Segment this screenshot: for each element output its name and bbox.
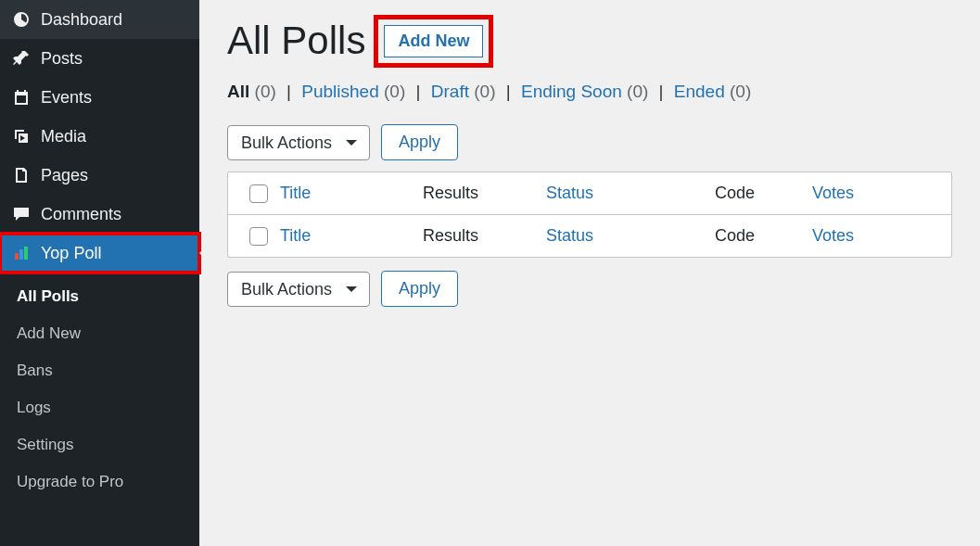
table-header-row: Title Results Status Code Votes: [228, 172, 951, 215]
bulk-actions-top: Bulk Actions Apply: [227, 124, 952, 160]
filter-all[interactable]: All: [227, 82, 249, 101]
sidebar-label: Yop Poll: [41, 244, 101, 263]
main-content: All Polls Add New All (0) | Published (0…: [199, 0, 980, 546]
calendar-icon: [11, 87, 32, 108]
dashboard-icon: [11, 9, 32, 30]
filter-ended[interactable]: Ended: [674, 82, 725, 101]
bulk-actions-bottom: Bulk Actions Apply: [227, 271, 952, 307]
sidebar-item-posts[interactable]: Posts: [0, 39, 199, 78]
apply-button-bottom[interactable]: Apply: [381, 271, 458, 307]
sidebar-label: Posts: [41, 49, 83, 69]
col-votes[interactable]: Votes: [812, 184, 942, 203]
admin-sidebar: Dashboard Posts Events Media Pages Comme…: [0, 0, 199, 546]
bulk-actions-select-bottom[interactable]: Bulk Actions: [227, 272, 370, 307]
submenu-item-add-new[interactable]: Add New: [0, 315, 199, 352]
media-icon: [11, 126, 32, 146]
filter-draft[interactable]: Draft: [431, 82, 469, 101]
add-new-button[interactable]: Add New: [384, 25, 483, 57]
filter-draft-count: (0): [474, 82, 495, 101]
submenu-item-logs[interactable]: Logs: [0, 389, 199, 426]
sidebar-item-media[interactable]: Media: [0, 117, 199, 156]
sidebar-label: Pages: [41, 166, 88, 185]
select-all-checkbox-bottom[interactable]: [249, 227, 268, 246]
submenu-item-upgrade[interactable]: Upgrade to Pro: [0, 463, 199, 501]
sidebar-label: Media: [41, 127, 86, 146]
col-title[interactable]: Title: [280, 184, 423, 203]
sidebar-item-yop-poll[interactable]: Yop Poll: [0, 234, 199, 273]
col-votes-foot[interactable]: Votes: [812, 226, 942, 246]
filter-ended-count: (0): [730, 82, 751, 101]
svg-rect-2: [24, 247, 28, 260]
polls-table: Title Results Status Code Votes Title Re…: [227, 171, 952, 258]
filter-published-count: (0): [384, 82, 405, 101]
select-all-checkbox[interactable]: [249, 184, 268, 203]
col-title-foot[interactable]: Title: [280, 226, 423, 246]
sidebar-item-events[interactable]: Events: [0, 78, 199, 117]
table-footer-row: Title Results Status Code Votes: [228, 215, 951, 257]
comment-icon: [11, 204, 32, 224]
page-icon: [11, 165, 32, 185]
sidebar-item-dashboard[interactable]: Dashboard: [0, 0, 199, 39]
svg-rect-0: [15, 253, 19, 260]
status-filters: All (0) | Published (0) | Draft (0) | En…: [227, 82, 952, 102]
col-status[interactable]: Status: [546, 184, 715, 203]
col-results: Results: [423, 184, 546, 203]
col-status-foot[interactable]: Status: [546, 226, 715, 246]
page-title: All Polls: [227, 19, 365, 63]
col-code: Code: [715, 184, 812, 203]
page-header: All Polls Add New: [227, 19, 952, 63]
sidebar-label: Events: [41, 88, 92, 108]
submenu-item-settings[interactable]: Settings: [0, 426, 199, 463]
col-code-foot: Code: [715, 226, 812, 246]
submenu-item-bans[interactable]: Bans: [0, 352, 199, 389]
sidebar-label: Comments: [41, 205, 121, 224]
filter-all-count: (0): [255, 82, 276, 101]
add-new-highlight: Add New: [378, 19, 489, 63]
sidebar-item-pages[interactable]: Pages: [0, 156, 199, 195]
sidebar-submenu: All Polls Add New Bans Logs Settings Upg…: [0, 273, 199, 501]
filter-ending-count: (0): [627, 82, 648, 101]
sidebar-item-comments[interactable]: Comments: [0, 195, 199, 234]
bulk-actions-select[interactable]: Bulk Actions: [227, 125, 370, 160]
submenu-item-all-polls[interactable]: All Polls: [0, 278, 199, 315]
sidebar-label: Dashboard: [41, 10, 122, 30]
svg-rect-1: [19, 249, 23, 260]
chart-icon: [11, 243, 32, 263]
filter-ending-soon[interactable]: Ending Soon: [521, 82, 622, 101]
pin-icon: [11, 48, 32, 69]
filter-published[interactable]: Published: [301, 82, 378, 101]
apply-button[interactable]: Apply: [381, 124, 458, 160]
col-results-foot: Results: [423, 226, 546, 246]
